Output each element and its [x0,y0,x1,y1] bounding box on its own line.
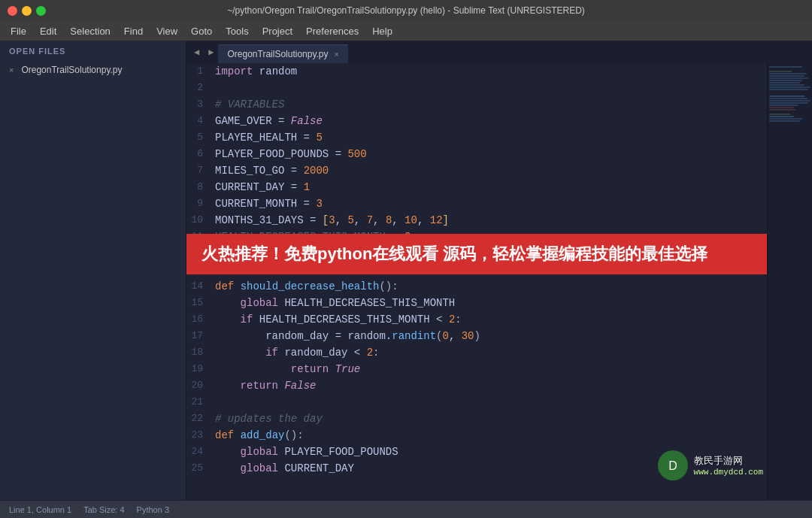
minimap-line [769,84,804,86]
sidebar-header: OPEN FILES [0,41,186,62]
statusbar: Line 1, Column 1 Tab Size: 4 Python 3 [0,500,812,518]
code-line-18: 18 if random_day < 2: [186,344,763,361]
line-content-14: def should_decrease_health(): [215,278,398,295]
menubar-item-view[interactable]: View [150,24,183,38]
line-content-7: MILES_TO_GO = 2000 [215,162,329,179]
banner-text: 火热推荐！免费python在线观看 源码，轻松掌握编程技能的最佳选择 [201,244,707,263]
window-controls[interactable] [8,6,46,16]
line-num-19: 19 [186,361,215,377]
code-line-19: 19 return True [186,361,763,377]
code-line-7: 7 MILES_TO_GO = 2000 [186,162,763,179]
minimap-line [769,80,802,81]
tab-prev-arrow[interactable]: ◀ [189,44,204,61]
line-content-1: import random [215,63,297,80]
line-content-23: def add_day(): [215,427,304,444]
line-num-2: 2 [186,80,215,96]
code-line-2: 2 [186,80,763,96]
line-num-18: 18 [186,344,215,361]
code-line-21: 21 [186,394,763,410]
minimap-line [769,71,792,72]
minimap-line [769,98,807,99]
line-num-16: 16 [186,311,215,328]
minimap-line [769,114,790,115]
line-content-10: MONTHS_31_DAYS = [3, 5, 7, 8, 10, 12] [215,212,449,229]
minimap-line [769,73,807,74]
maximize-button[interactable] [36,6,46,16]
line-num-10: 10 [186,212,215,229]
code-line-23: 23 def add_day(): [186,427,763,444]
minimap-line [769,120,800,122]
code-line-9: 9 CURRENT_MONTH = 3 [186,195,763,212]
line-num-22: 22 [186,410,215,427]
line-content-20: return False [215,377,316,394]
line-num-24: 24 [186,444,215,460]
tab-next-arrow[interactable]: ▶ [204,44,218,61]
line-num-8: 8 [186,179,215,195]
line-num-21: 21 [186,394,215,410]
line-content-5: PLAYER_HEALTH = 5 [215,129,323,146]
code-line-6: 6 PLAYER_FOOD_POUNDS = 500 [186,146,763,162]
main-layout: OPEN FILES × OregonTrailSolutionpy.py ◀ … [0,41,812,500]
watermark-url: www.dmydcd.com [694,468,763,477]
menubar-item-selection[interactable]: Selection [64,24,116,38]
minimap-line [769,118,802,120]
code-line-16: 16 if HEALTH_DECREASES_THIS_MONTH < 2: [186,311,763,328]
file-close-icon[interactable]: × [9,65,14,74]
menubar: FileEditSelectionFindViewGotoToolsProjec… [0,21,812,41]
line-num-6: 6 [186,146,215,162]
line-num-3: 3 [186,96,215,113]
line-content-15: global HEALTH_DECREASES_THIS_MONTH [215,295,455,311]
line-num-4: 4 [186,113,215,129]
minimap [767,63,812,500]
minimap-line [769,116,794,117]
line-num-25: 25 [186,460,215,477]
line-num-20: 20 [186,377,215,394]
watermark-text-block: 教民手游网 www.dmydcd.com [694,454,763,477]
menubar-item-edit[interactable]: Edit [34,24,62,38]
menubar-item-goto[interactable]: Goto [185,24,218,38]
line-content-22: # updates the day [215,410,323,427]
code-line-4: 4 GAME_OVER = False [186,113,763,129]
menubar-item-preferences[interactable]: Preferences [300,24,365,38]
menubar-item-tools[interactable]: Tools [220,24,254,38]
minimap-lines [768,63,812,125]
code-line-3: 3 # VARIABLES [186,96,763,113]
line-content-24: global PLAYER_FOOD_POUNDS [215,444,398,460]
menubar-item-find[interactable]: Find [118,24,149,38]
status-tab-size: Tab Size: 4 [83,505,124,514]
minimap-line [769,95,805,97]
tab-close-button[interactable]: × [335,50,339,59]
code-view[interactable]: 1 import random 2 3 # VARIABLES 4 GAME_O… [186,63,812,500]
minimap-line [769,107,794,108]
line-content-9: CURRENT_MONTH = 3 [215,195,323,212]
titlebar: ~/python/Oregon Trail/OregonTrailSolutio… [0,0,812,21]
sidebar-filename: OregonTrailSolutionpy.py [21,65,122,75]
minimap-line [769,86,810,88]
line-num-23: 23 [186,427,215,444]
close-button[interactable] [8,6,17,16]
minimap-line [769,102,808,104]
minimap-line [769,109,796,111]
minimap-line [769,100,810,101]
menubar-item-help[interactable]: Help [366,24,398,38]
code-line-14: 14 def should_decrease_health(): [186,278,763,295]
line-num-5: 5 [186,129,215,146]
code-line-15: 15 global HEALTH_DECREASES_THIS_MONTH [186,295,763,311]
minimap-line [769,89,808,90]
minimap-line [769,66,802,68]
minimize-button[interactable] [22,6,32,16]
minimap-line [769,82,800,83]
menubar-item-project[interactable]: Project [256,24,298,38]
promotional-banner: 火热推荐！免费python在线观看 源码，轻松掌握编程技能的最佳选择 [186,234,767,274]
status-syntax: Python 3 [137,505,169,514]
line-content-16: if HEALTH_DECREASES_THIS_MONTH < 2: [215,311,462,328]
editor-tab[interactable]: OregonTrailSolutionpy.py × [218,44,349,63]
code-line-10: 10 MONTHS_31_DAYS = [3, 5, 7, 8, 10, 12] [186,212,763,229]
line-num-7: 7 [186,162,215,179]
status-position: Line 1, Column 1 [9,505,71,514]
sidebar-file-item[interactable]: × OregonTrailSolutionpy.py [0,62,186,78]
watermark-logo-icon: D [656,449,689,482]
minimap-line [769,77,808,79]
menubar-item-file[interactable]: File [5,24,32,38]
line-content-4: GAME_OVER = False [215,113,323,129]
